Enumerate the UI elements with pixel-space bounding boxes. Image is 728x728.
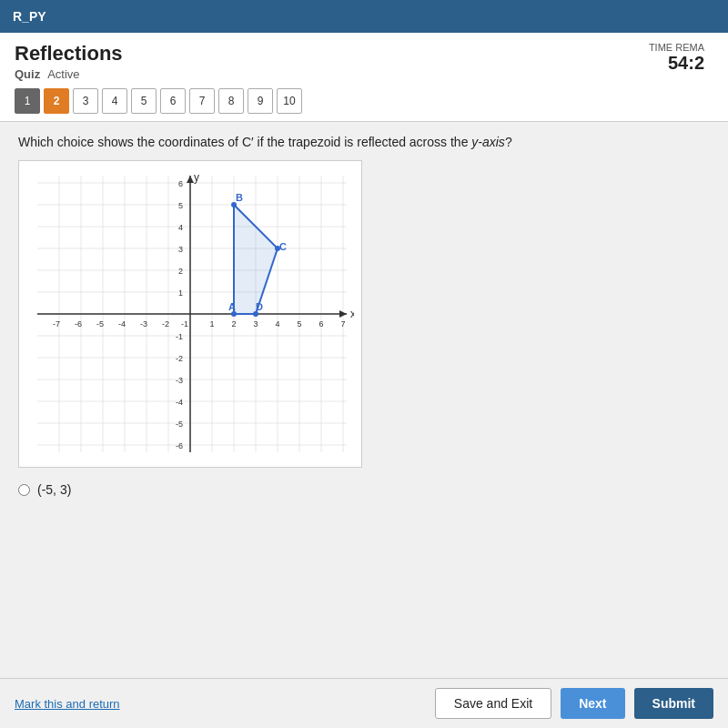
footer: Mark this and return Save and Exit Next …	[0, 678, 728, 728]
svg-text:1: 1	[178, 288, 183, 298]
timer-value: 54:2	[668, 53, 704, 74]
save-exit-button[interactable]: Save and Exit	[435, 688, 551, 719]
svg-text:B: B	[236, 192, 243, 203]
svg-text:-2: -2	[162, 319, 169, 329]
q-btn-8[interactable]: 8	[218, 88, 244, 114]
svg-text:-5: -5	[96, 319, 104, 329]
quiz-label: Quiz	[15, 67, 40, 81]
svg-text:-6: -6	[75, 319, 82, 329]
svg-text:-2: -2	[176, 354, 183, 363]
svg-text:-1: -1	[181, 319, 188, 329]
svg-text:3: 3	[178, 245, 183, 254]
q-btn-5[interactable]: 5	[131, 88, 157, 114]
mark-return-link[interactable]: Mark this and return	[15, 697, 120, 711]
svg-point-66	[231, 202, 237, 207]
q-btn-6[interactable]: 6	[160, 88, 186, 114]
svg-text:5: 5	[297, 319, 301, 329]
svg-text:x: x	[350, 308, 354, 320]
q-btn-2[interactable]: 2	[44, 88, 69, 114]
question-text: Which choice shows the coordinates of C′…	[18, 135, 710, 149]
svg-text:3: 3	[253, 319, 258, 329]
svg-text:-4: -4	[176, 398, 183, 407]
svg-point-67	[275, 246, 280, 251]
q-btn-10[interactable]: 10	[277, 88, 302, 114]
q-btn-4[interactable]: 4	[102, 88, 127, 114]
timer-area: TIME REMA 54:2	[649, 42, 713, 74]
main-area: Reflections Quiz Active 1 2 3 4 5 6 7 8 …	[0, 33, 728, 728]
top-bar: R_PY	[0, 0, 728, 33]
svg-text:7: 7	[340, 319, 345, 329]
app-title: R_PY	[13, 9, 46, 24]
svg-text:A: A	[228, 301, 236, 312]
answer-radio-1[interactable]	[18, 484, 30, 496]
svg-text:4: 4	[275, 319, 279, 329]
svg-text:-4: -4	[118, 319, 126, 329]
svg-text:5: 5	[178, 201, 183, 210]
svg-text:C: C	[279, 241, 287, 252]
submit-button[interactable]: Submit	[634, 688, 713, 719]
question-nav: 1 2 3 4 5 6 7 8 9 10	[15, 88, 649, 121]
header: Reflections Quiz Active 1 2 3 4 5 6 7 8 …	[0, 33, 728, 122]
svg-text:D: D	[256, 301, 263, 312]
next-button[interactable]: Next	[561, 688, 624, 719]
timer-label: TIME REMA	[649, 42, 704, 53]
content-area: Which choice shows the coordinates of C′…	[0, 122, 728, 678]
answer-option-1[interactable]: (-5, 3)	[18, 482, 710, 497]
svg-point-68	[253, 311, 258, 317]
page-title: Reflections	[15, 42, 649, 66]
svg-point-65	[231, 311, 237, 317]
footer-buttons: Save and Exit Next Submit	[435, 688, 713, 719]
active-badge: Active	[47, 67, 79, 81]
svg-text:6: 6	[178, 179, 183, 188]
graph-container: x y -7 -6 -5 -4 -3 -2 -1 1 2 3 4 5 6 7	[18, 160, 362, 468]
svg-text:y: y	[194, 171, 199, 184]
svg-text:-3: -3	[176, 376, 183, 385]
svg-text:-3: -3	[140, 319, 147, 329]
coordinate-graph: x y -7 -6 -5 -4 -3 -2 -1 1 2 3 4 5 6 7	[26, 168, 354, 460]
answer-label-1: (-5, 3)	[37, 482, 71, 497]
q-btn-3[interactable]: 3	[73, 88, 98, 114]
q-btn-1[interactable]: 1	[15, 88, 40, 114]
svg-text:1: 1	[209, 319, 214, 329]
svg-text:2: 2	[231, 319, 236, 329]
svg-text:-6: -6	[176, 441, 183, 450]
quiz-status-row: Quiz Active	[15, 67, 649, 81]
q-btn-9[interactable]: 9	[248, 88, 273, 114]
svg-text:-1: -1	[176, 332, 183, 341]
svg-text:-5: -5	[176, 420, 183, 429]
svg-text:2: 2	[178, 267, 183, 276]
svg-text:4: 4	[178, 223, 183, 232]
axis-label: y-axis	[471, 135, 505, 149]
q-btn-7[interactable]: 7	[189, 88, 215, 114]
svg-text:-7: -7	[53, 319, 60, 329]
svg-text:6: 6	[318, 319, 323, 329]
